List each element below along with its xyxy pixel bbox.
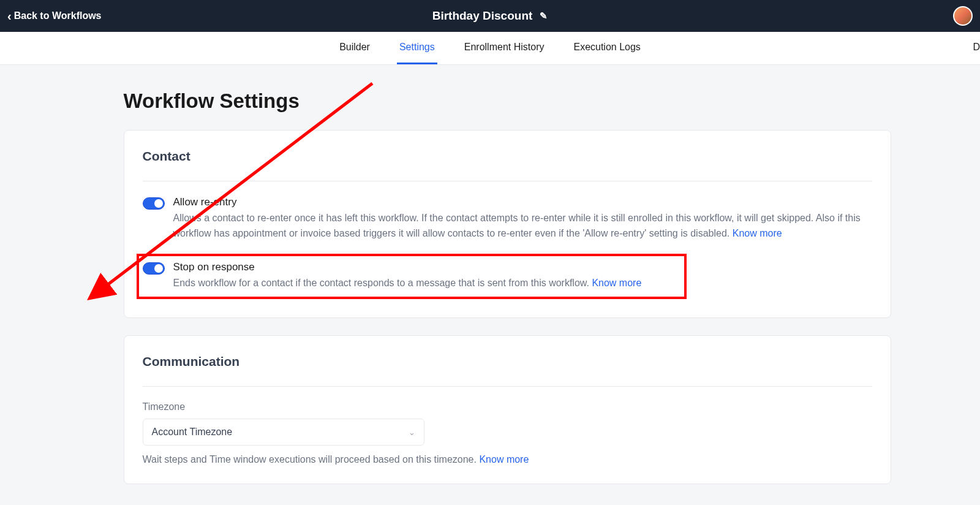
tabs-center: Builder Settings Enrollment History Exec… — [337, 32, 643, 64]
workflow-title: Birthday Discount — [432, 9, 533, 23]
tab-builder[interactable]: Builder — [337, 32, 372, 64]
chevron-down-icon: ⌄ — [409, 428, 415, 437]
app-header: ‹ Back to Workflows Birthday Discount ✎ — [0, 0, 980, 32]
timezone-value: Account Timezone — [152, 427, 233, 438]
allow-reentry-row: Allow re-entry Allows a contact to re-en… — [143, 196, 872, 241]
contact-card: Contact Allow re-entry Allows a contact … — [124, 130, 891, 318]
timezone-select[interactable]: Account Timezone ⌄ — [143, 419, 424, 446]
tabs-bar: Builder Settings Enrollment History Exec… — [0, 32, 980, 65]
content: Workflow Settings Contact Allow re-entry… — [48, 65, 933, 505]
stop-on-response-know-more-link[interactable]: Know more — [592, 278, 641, 288]
timezone-label: Timezone — [143, 401, 872, 412]
communication-card: Communication Timezone Account Timezone … — [124, 335, 891, 484]
header-title-group: Birthday Discount ✎ — [432, 9, 548, 23]
tab-settings[interactable]: Settings — [397, 32, 437, 64]
page-title: Workflow Settings — [124, 89, 891, 113]
stop-on-response-label: Stop on response — [173, 261, 678, 273]
allow-reentry-text: Allow re-entry Allows a contact to re-en… — [173, 196, 872, 241]
timezone-know-more-link[interactable]: Know more — [479, 454, 529, 465]
allow-reentry-toggle[interactable] — [143, 197, 165, 210]
back-to-workflows-link[interactable]: ‹ Back to Workflows — [7, 9, 102, 23]
allow-reentry-label: Allow re-entry — [173, 196, 872, 208]
highlight-annotation: Stop on response Ends workflow for a con… — [137, 254, 687, 300]
timezone-help: Wait steps and Time window executions wi… — [143, 454, 872, 465]
back-label: Back to Workflows — [14, 10, 102, 21]
communication-section-title: Communication — [143, 354, 872, 387]
stop-on-response-desc: Ends workflow for a contact if the conta… — [173, 276, 678, 291]
chevron-left-icon: ‹ — [7, 9, 12, 23]
avatar[interactable] — [953, 6, 973, 26]
pencil-icon[interactable]: ✎ — [540, 10, 548, 21]
right-letter: D — [973, 42, 980, 53]
contact-section-title: Contact — [143, 149, 872, 181]
tab-enrollment-history[interactable]: Enrollment History — [462, 32, 547, 64]
tab-execution-logs[interactable]: Execution Logs — [571, 32, 643, 64]
allow-reentry-know-more-link[interactable]: Know more — [733, 228, 782, 238]
stop-on-response-text: Stop on response Ends workflow for a con… — [173, 261, 678, 291]
stop-on-response-row: Stop on response Ends workflow for a con… — [143, 261, 678, 291]
stop-on-response-toggle[interactable] — [143, 262, 165, 275]
allow-reentry-desc: Allows a contact to re-enter once it has… — [173, 211, 872, 241]
